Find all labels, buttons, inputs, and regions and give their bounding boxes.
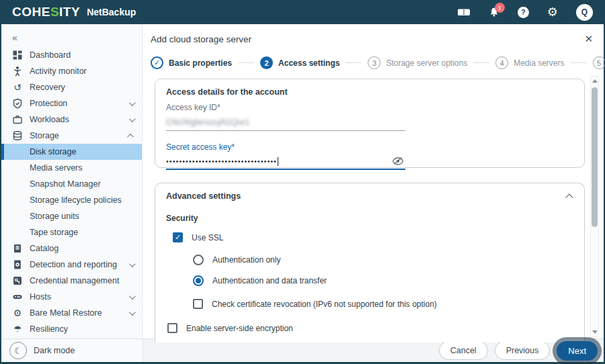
dark-mode-toggle[interactable]: ☾ Dark mode (1, 339, 143, 362)
scroll-up-arrow[interactable] (592, 79, 598, 83)
step-label: Media servers (514, 58, 564, 68)
show-password-eye-icon[interactable] (392, 156, 404, 166)
app-window: COHESITY NetBackup 1 ? ⚙ Q « (0, 0, 605, 364)
umbrella-icon: ☂ (12, 324, 23, 334)
step-number: 4 (495, 56, 508, 69)
sidebar-item-activity-monitor[interactable]: Activity monitor (1, 63, 142, 79)
sidebar-item-label: Credential management (30, 276, 119, 285)
brand-s-green: S (50, 5, 59, 19)
cancel-button[interactable]: Cancel (439, 341, 488, 360)
previous-button[interactable]: Previous (495, 341, 551, 360)
sidebar-item-recovery[interactable]: ↺ Recovery (1, 79, 142, 95)
access-key-id-field[interactable]: CNc0tIgIersucyN1Qur1 (166, 118, 405, 131)
sidebar-item-hosts[interactable]: Hosts (1, 289, 142, 305)
sidebar-item-storage-lifecycle-policies[interactable]: Storage lifecycle policies (1, 192, 142, 208)
step-number: 3 (368, 56, 380, 69)
settings-gear-icon[interactable]: ⚙ (547, 6, 558, 18)
enable-server-side-encryption-label: Enable server-side encryption (186, 324, 293, 333)
catalog-book-icon (12, 243, 23, 254)
enable-server-side-encryption-checkbox[interactable] (167, 323, 177, 333)
close-icon[interactable]: ✕ (584, 33, 593, 45)
sidebar-item-detection-and-reporting[interactable]: Detection and reporting (1, 257, 142, 273)
next-button[interactable]: Next (557, 341, 598, 361)
access-details-title: Access details for the account (166, 87, 573, 97)
step-review[interactable]: 5 Review (593, 56, 605, 69)
use-ssl-checkbox[interactable]: ✓ (173, 232, 183, 242)
check-certificate-revocation-checkbox[interactable] (193, 299, 203, 309)
step-label: Access settings (278, 58, 339, 68)
sse-row: Enable server-side encryption (167, 323, 573, 333)
sidebar-item-label: Media servers (30, 163, 83, 173)
briefcase-icon (12, 114, 23, 125)
sidebar-item-credential-management[interactable]: Credential management (1, 273, 142, 289)
sidebar-collapse-icon[interactable]: « (1, 32, 142, 47)
sidebar-item-label: Storage (30, 131, 59, 140)
advanced-settings-card: Advanced settings Security ✓ Use SSL Aut… (155, 183, 585, 343)
scroll-down-arrow[interactable] (592, 330, 598, 334)
moon-icon: ☾ (9, 342, 27, 359)
sidebar-item-disk-storage[interactable]: Disk storage (1, 144, 142, 160)
sidebar-item-protection[interactable]: Protection (1, 95, 142, 111)
page-title: Add cloud storage server (151, 34, 251, 44)
top-bar: COHESITY NetBackup 1 ? ⚙ Q (1, 0, 604, 24)
shield-check-icon (12, 98, 23, 109)
sidebar-item-dashboard[interactable]: Dashboard (1, 47, 142, 63)
use-ssl-row: ✓ Use SSL (173, 232, 573, 242)
question-glyph: ? (518, 7, 529, 18)
hosts-server-icon (12, 291, 23, 302)
step-connector (346, 62, 362, 63)
key-icon (12, 275, 23, 286)
sidebar-item-label: Tape storage (30, 228, 78, 237)
wizard-stepper: ✓ Basic properties 2 Access settings 3 S… (143, 45, 604, 69)
text-caret (278, 157, 278, 166)
help-icon[interactable]: ? (518, 7, 529, 18)
access-details-card: Access details for the account Access ke… (155, 79, 585, 168)
sidebar-item-storage-units[interactable]: Storage units (1, 208, 142, 224)
access-key-id-label: Access key ID* (166, 103, 573, 112)
step-storage-server-options[interactable]: 3 Storage server options (368, 56, 467, 69)
chevron-up-icon (127, 133, 134, 140)
access-key-id-value: CNc0tIgIersucyN1Qur1 (166, 118, 405, 130)
security-section-label: Security (166, 214, 573, 223)
scrollbar-thumb[interactable] (592, 87, 598, 227)
sidebar-item-storage[interactable]: Storage (1, 128, 142, 144)
sidebar-item-media-servers[interactable]: Media servers (1, 160, 142, 176)
step-basic-properties[interactable]: ✓ Basic properties (151, 56, 232, 69)
sidebar-item-label: Snapshot Manager (30, 179, 101, 189)
chevron-down-icon (129, 261, 136, 267)
step-access-settings[interactable]: 2 Access settings (260, 56, 339, 69)
sidebar-item-resiliency[interactable]: ☂ Resiliency (1, 321, 142, 337)
sidebar-item-tape-storage[interactable]: Tape storage (1, 224, 142, 240)
advanced-settings-header[interactable]: Advanced settings (166, 191, 573, 201)
vertical-scrollbar[interactable] (590, 76, 599, 337)
product-name: NetBackup (87, 7, 136, 17)
sidebar-item-label: Hosts (30, 292, 51, 302)
gear-glyph: ⚙ (547, 6, 558, 18)
sidebar-item-snapshot-manager[interactable]: Snapshot Manager (1, 176, 142, 192)
auth-only-row: Authentication only (193, 255, 573, 265)
recovery-restore-icon: ↺ (12, 82, 23, 93)
user-avatar[interactable]: Q (576, 4, 593, 21)
notifications-bell-icon[interactable]: 1 (489, 7, 499, 17)
step-media-servers[interactable]: 4 Media servers (495, 56, 564, 69)
secret-access-key-field[interactable]: •••••••••••••••••••••••••••••••••• (166, 152, 405, 170)
chevron-down-icon (129, 99, 136, 106)
ticket-icon[interactable] (457, 7, 471, 17)
sidebar-item-bare-metal-restore[interactable]: ⚙ Bare Metal Restore (1, 305, 142, 321)
step-connector (473, 62, 489, 63)
gear-wrench-icon: ⚙ (12, 308, 23, 318)
sidebar-item-label: Bare Metal Restore (30, 308, 102, 318)
sidebar-item-label: Protection (30, 99, 67, 108)
sidebar-item-workloads[interactable]: Workloads (1, 111, 142, 128)
sidebar-item-label: Activity monitor (30, 66, 87, 76)
auth-data-row: Authentication and data transfer (193, 275, 573, 286)
authentication-and-data-transfer-radio[interactable] (193, 275, 204, 286)
sidebar-item-label: Catalog (30, 244, 58, 253)
authentication-and-data-transfer-label: Authentication and data transfer (212, 276, 327, 285)
authentication-only-radio[interactable] (193, 255, 204, 265)
dashboard-icon (12, 50, 23, 60)
activity-monitor-icon (12, 66, 23, 77)
sidebar-item-catalog[interactable]: Catalog (1, 240, 142, 257)
sidebar-item-label: Workloads (30, 115, 69, 124)
authentication-only-label: Authentication only (212, 255, 280, 265)
